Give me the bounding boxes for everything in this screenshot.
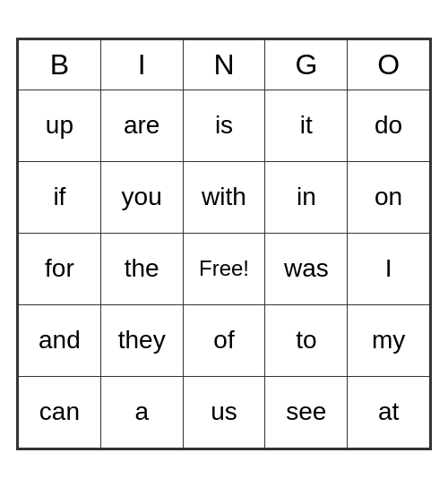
col-i: I [100, 39, 183, 90]
table-cell: can [19, 376, 101, 448]
table-cell: the [100, 233, 183, 304]
table-cell: and [19, 304, 101, 376]
col-b: B [19, 39, 101, 90]
table-cell: for [19, 233, 101, 304]
bingo-card: B I N G O upareisitdoifyouwithinonforthe… [16, 38, 432, 450]
col-g: G [265, 39, 348, 90]
table-cell: of [183, 304, 265, 376]
table-cell: up [19, 90, 101, 161]
table-row: andtheyoftomy [19, 304, 430, 376]
table-cell: is [183, 90, 265, 161]
table-cell: do [348, 90, 430, 161]
bingo-table: B I N G O upareisitdoifyouwithinonforthe… [18, 39, 430, 449]
table-row: ifyouwithinon [19, 161, 430, 233]
table-cell: they [100, 304, 183, 376]
table-cell: on [348, 161, 430, 233]
table-cell: was [265, 233, 348, 304]
table-cell: I [348, 233, 430, 304]
table-cell: at [348, 376, 430, 448]
table-row: canausseeat [19, 376, 430, 448]
header-row: B I N G O [19, 39, 430, 90]
table-row: upareisitdo [19, 90, 430, 161]
table-cell: see [265, 376, 348, 448]
table-cell: if [19, 161, 101, 233]
table-cell: to [265, 304, 348, 376]
table-cell: in [265, 161, 348, 233]
col-n: N [183, 39, 265, 90]
table-cell: us [183, 376, 265, 448]
table-cell: with [183, 161, 265, 233]
table-cell: my [348, 304, 430, 376]
table-cell: Free! [183, 233, 265, 304]
table-row: fortheFree!wasI [19, 233, 430, 304]
table-cell: a [100, 376, 183, 448]
table-cell: you [100, 161, 183, 233]
col-o: O [348, 39, 430, 90]
table-cell: it [265, 90, 348, 161]
table-cell: are [100, 90, 183, 161]
